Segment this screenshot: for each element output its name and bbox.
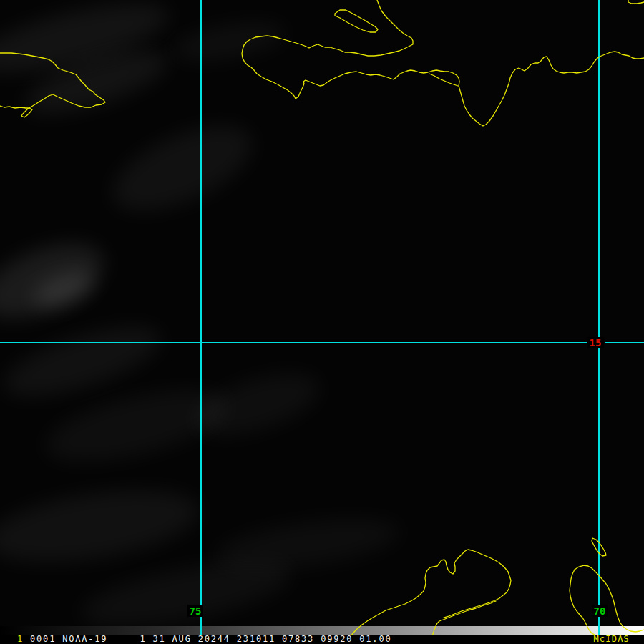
latitude-gridline-15-right (605, 342, 644, 343)
map-overlay: 15 75 70 (0, 0, 644, 635)
status-bar: 1 0001 NOAA-19 1 31 AUG 20244 231011 078… (0, 635, 644, 644)
image-info-text: 0001 NOAA-19 1 31 AUG 20244 231011 07833… (24, 635, 391, 644)
mcidas-window: 15 75 70 1 0001 NOAA-19 1 31 AUG 20244 2… (0, 0, 644, 644)
latitude-gridline-15-left (0, 342, 587, 343)
longitude-gridline-75 (200, 0, 202, 635)
coastline-gonave-bay (429, 74, 458, 86)
coastline-top-right-corner (628, 0, 644, 4)
coastline-tiburon-spit (432, 601, 496, 635)
mcidas-brand-label: McIDAS (593, 635, 630, 644)
frame-number: 1 (0, 635, 24, 644)
latitude-label-15: 15 (590, 337, 602, 348)
coastline-barahona-inner (570, 570, 595, 635)
coastline-hispaniola-north (242, 0, 644, 126)
longitude-gridline-70 (598, 0, 600, 635)
coastline-tortuga-island (335, 10, 378, 32)
longitude-label-75: 75 (190, 605, 202, 617)
coastline-jamaica (0, 53, 105, 117)
coastline-tiburon-peninsula (351, 550, 511, 635)
longitude-label-70: 70 (594, 605, 606, 617)
